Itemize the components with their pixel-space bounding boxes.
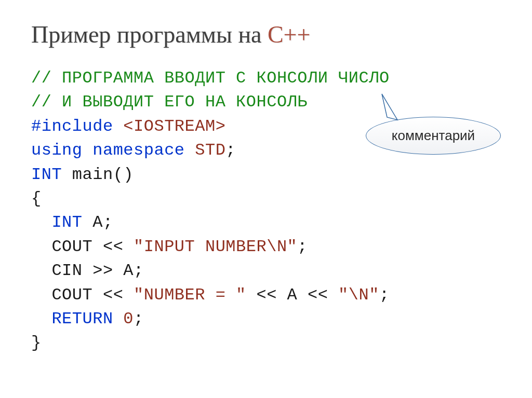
lshift-4: <<: [297, 285, 338, 305]
using-keyword: using: [31, 141, 83, 160]
lshift-1: <<: [92, 237, 134, 256]
semicolon-3: ;: [297, 237, 308, 256]
var-a-3: A: [287, 285, 298, 305]
namespace-keyword: namespace: [92, 141, 184, 160]
comment-line-1: // программа вводит с консоли число: [31, 68, 390, 88]
lshift-2: <<: [92, 285, 134, 305]
int-keyword-2: INT: [51, 213, 82, 232]
cin: CIN: [51, 261, 82, 280]
semicolon: ;: [225, 141, 236, 160]
cout-1: COUT: [51, 237, 92, 256]
lshift-3: <<: [246, 285, 287, 305]
return-keyword: RETURN: [51, 309, 113, 328]
main-identifier: main: [72, 165, 113, 184]
int-keyword: INT: [31, 165, 62, 184]
callout-tail-icon: [379, 91, 410, 122]
string-input: "INPUT NUMBER\N": [134, 237, 297, 256]
lbrace: {: [31, 189, 42, 208]
slide-title: Пример программы на С++: [31, 21, 501, 48]
code-block: // программа вводит с консоли число // и…: [31, 66, 501, 355]
parens: (): [113, 165, 134, 184]
callout-annotation: комментарий: [366, 117, 501, 155]
rshift: >>: [83, 261, 124, 280]
cout-2: COUT: [51, 285, 92, 305]
string-nl: "\N": [338, 285, 379, 305]
string-number: "NUMBER = ": [134, 285, 246, 305]
semicolon-5: ;: [379, 285, 390, 305]
semicolon-6: ;: [134, 309, 144, 328]
title-accent: С++: [268, 21, 311, 48]
std-identifier: STD: [195, 141, 225, 160]
semicolon-4: ;: [134, 261, 144, 280]
include-keyword: #include: [31, 117, 113, 136]
title-prefix: Пример программы на: [31, 21, 268, 48]
comment-line-2: // и выводит его на консоль: [31, 92, 308, 112]
var-a-2: A: [123, 261, 134, 280]
var-a: A: [92, 213, 103, 232]
rbrace: }: [31, 333, 42, 352]
zero-literal: 0: [123, 309, 134, 328]
callout-bubble: комментарий: [366, 117, 501, 155]
callout-label: комментарий: [392, 128, 475, 143]
semicolon-2: ;: [103, 213, 113, 232]
include-header: <IOSTREAM>: [123, 117, 225, 136]
